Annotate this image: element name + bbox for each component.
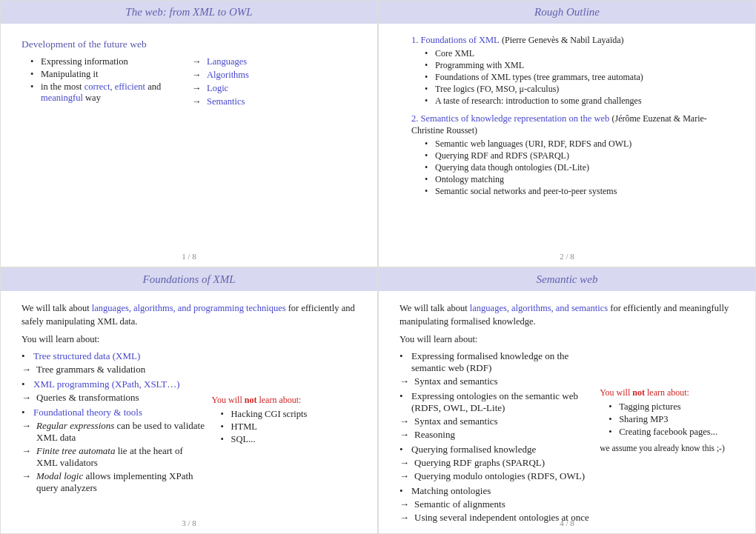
slide-1-title: The web: from XML to OWL [16,6,362,19]
list-item: → Queries & transformations [21,392,206,404]
not-learn-box: You will not learn about: Hacking CGI sc… [212,395,362,445]
list-item: • XML programming (XPath, XSLT…) [21,378,206,390]
list-item: Core XML [425,48,735,59]
slide-1-header: The web: from XML to OWL [1,1,377,24]
item-label: Querying modulo ontologies (RDFS, OWL) [414,470,585,482]
list-item: → Tree grammars & validation [21,364,206,376]
item-label: Modal logic allows implementing XPath qu… [36,470,206,494]
item-label: Semantic of alignments [414,498,505,510]
arrow-icon: → [399,470,410,482]
intro-link: languages, algorithms, and programming t… [92,303,286,313]
list-item: in the most correct, efficient and meani… [30,81,186,104]
you-will-learn-label: You will learn about: [399,333,735,346]
arrow-icon: → [192,96,202,107]
arrow-icon: → [21,392,32,404]
slide-1-right-col: → Languages → Algorithms → Logic → Seman… [192,56,357,110]
list-item: Semantic social networks and peer-to-pee… [425,186,735,197]
outline-item-1: 1. Foundations of XML (Pierre Genevès & … [411,34,735,107]
outline-authors-1: (Pierre Genevès & Nabil Layaïda) [502,35,624,45]
list-item: → Querying RDF graphs (SPARQL) [399,457,594,469]
slide-4-page: 4 / 8 [379,518,755,527]
list-item: → Syntax and semantics [399,376,594,387]
bullet-icon: • [399,350,407,362]
bullet-icon: • [21,407,29,418]
arrow-label: Algorithms [207,70,249,81]
list-item: Tagging pictures [609,401,740,413]
arrow-icon: → [399,415,410,427]
item-label: Syntax and semantics [414,376,498,387]
not-learn-list: Hacking CGI scripts HTML SQL... [221,409,362,445]
arrow-item: → Logic [192,83,357,94]
item-label: Syntax and semantics [414,415,498,427]
slide-3-title: Foundations of XML [16,273,362,286]
slide-3-right: You will not learn about: Hacking CGI sc… [212,350,362,495]
bullet-icon: • [21,350,29,362]
slide-4-content: • Expressing formalised knowledge on the… [399,350,735,525]
arrow-icon: → [399,376,410,387]
intro-link: languages, algorithms, and semantics [470,303,608,313]
slide-3-content: • Tree structured data (XML) → Tree gram… [21,350,357,495]
not-learn-footer: we assume you already know this ;-) [600,442,740,455]
item-label: Finite tree automata lie at the heart of… [36,445,206,469]
list-item: • Tree structured data (XML) [21,350,206,362]
list-item: A taste of research: introduction to som… [425,96,735,107]
slide-1-left-col: Expressing information Manipulating it i… [21,56,186,110]
slide-4-title: Semantic web [394,273,740,286]
list-item: Expressing information [30,56,186,67]
slide-3-intro: We will talk about languages, algorithms… [21,301,357,328]
list-item: → Semantic of alignments [399,498,594,510]
arrow-icon: → [21,445,32,457]
list-item: • Expressing ontologies on the semantic … [399,390,594,414]
item-label: Expressing ontologies on the semantic we… [411,390,594,414]
outline-label-2: 2. Semantics of knowledge representation… [411,113,609,124]
slide-4-left: • Expressing formalised knowledge on the… [399,350,594,525]
outline-sub-1: Core XML Programming with XML Foundation… [425,48,735,107]
bullet-icon: • [399,444,407,455]
item-label: Querying RDF graphs (SPARQL) [414,457,545,469]
item-label: Regular expressions can be used to valid… [36,420,206,444]
arrow-label: Logic [207,83,228,94]
slide-3-left: • Tree structured data (XML) → Tree gram… [21,350,206,495]
list-item: Sharing MP3 [609,414,740,425]
list-item: Programming with XML [425,60,735,71]
outline-label-1: 1. Foundations of XML [411,35,500,45]
slide-2-header: Rough Outline [379,1,755,24]
list-item: Querying RDF and RDFS (SPARQL) [425,150,735,161]
item-label: Tree grammars & validation [36,364,145,376]
list-item: SQL... [221,434,362,445]
slide-1-page: 1 / 8 [1,252,377,261]
item-label: Expressing formalised knowledge on the s… [411,350,594,374]
list-item: Hacking CGI scripts [221,409,362,420]
slide-4-header: Semantic web [379,268,755,291]
arrow-icon: → [399,457,410,469]
slide-4: Semantic web We will talk about language… [378,267,756,535]
list-item: Foundations of XML types (tree grammars,… [425,72,735,83]
slide-3: Foundations of XML We will talk about la… [0,267,378,535]
list-item: → Modal logic allows implementing XPath … [21,470,206,494]
list-item: → Regular expressions can be used to val… [21,420,206,444]
list-item: • Matching ontologies [399,485,594,497]
arrow-item: → Semantics [192,96,357,107]
list-item: • Expressing formalised knowledge on the… [399,350,594,374]
list-item: → Querying modulo ontologies (RDFS, OWL) [399,470,594,482]
item-label: Reasoning [414,429,455,441]
not-learn-list: Tagging pictures Sharing MP3 Creating fa… [609,401,740,438]
list-item: Semantic web languages (URI, RDF, RDFS a… [425,138,735,150]
slide-2-title: Rough Outline [394,6,740,19]
slide-3-header: Foundations of XML [1,268,377,291]
arrow-label: Languages [207,56,247,67]
slide-4-right: You will not learn about: Tagging pictur… [600,387,740,525]
slide-3-page: 3 / 8 [1,518,377,527]
list-item: → Reasoning [399,429,594,441]
list-item: • Querying formalised knowledge [399,444,594,455]
slide-4-intro: We will talk about languages, algorithms… [399,301,735,328]
slide-1: The web: from XML to OWL Development of … [0,0,378,267]
not-learn-title: You will not learn about: [600,387,740,398]
list-item: Tree logics (FO, MSO, μ-calculus) [425,84,735,95]
slide-1-section-title: Development of the future web [21,39,357,50]
you-will-learn-label: You will learn about: [21,333,357,346]
list-item: → Finite tree automata lie at the heart … [21,445,206,469]
outline-sub-2: Semantic web languages (URI, RDF, RDFS a… [425,138,735,197]
list-item: Ontology matching [425,174,735,185]
outline-item-2: 2. Semantics of knowledge representation… [411,113,735,197]
